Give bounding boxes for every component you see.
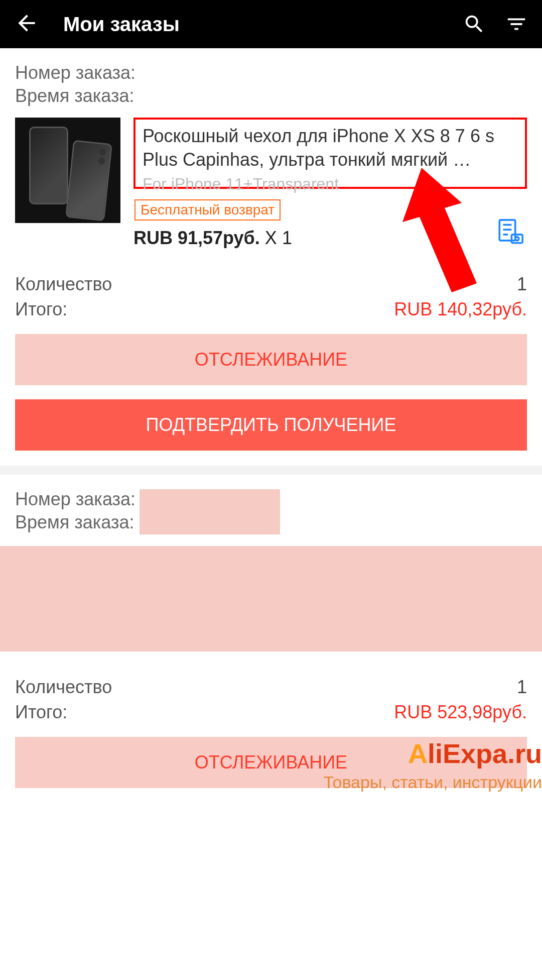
app-header: Мои заказы [0, 0, 542, 48]
page-title: Мои заказы [63, 13, 444, 36]
redacted-product-block [0, 546, 542, 651]
order-card: Номер заказа: Время заказа: Роскошный че… [0, 48, 542, 466]
qty-label: Количество [15, 677, 112, 698]
price-qty: X 1 [260, 228, 292, 248]
free-return-badge: Бесплатный возврат [134, 199, 281, 221]
total-value: RUB 140,32руб. [394, 299, 527, 320]
track-button[interactable]: ОТСЛЕЖИВАНИЕ [15, 737, 527, 788]
filter-icon[interactable] [505, 13, 528, 36]
product-variant: For iPhone 11+Transparent [143, 175, 527, 193]
qty-value: 1 [517, 274, 527, 295]
total-value: RUB 523,98руб. [394, 702, 527, 723]
total-label: Итого: [15, 299, 67, 320]
back-icon[interactable] [14, 11, 39, 38]
search-icon[interactable] [463, 13, 486, 36]
order-number-label: Номер заказа: [15, 62, 527, 83]
order-summary: Количество 1 Итого: RUB 523,98руб. [15, 677, 527, 723]
order-time-label: Время заказа: [15, 85, 527, 106]
product-image[interactable] [15, 118, 120, 223]
product-info: Роскошный чехол для iPhone X XS 8 7 6 s … [120, 118, 527, 249]
confirm-receipt-button[interactable]: ПОДТВЕРДИТЬ ПОЛУЧЕНИЕ [15, 399, 527, 451]
total-label: Итого: [15, 702, 67, 723]
section-divider [0, 466, 542, 475]
order-card: Номер заказа: Время заказа: Количество 1… [0, 475, 542, 803]
svg-point-5 [515, 237, 519, 240]
product-row[interactable]: Роскошный чехол для iPhone X XS 8 7 6 s … [15, 118, 527, 249]
price-line: RUB 91,57руб. X 1 [133, 228, 527, 249]
order-number-label: Номер заказа: [15, 489, 136, 510]
qty-value: 1 [517, 677, 527, 698]
track-button[interactable]: ОТСЛЕЖИВАНИЕ [15, 334, 527, 385]
redacted-block [140, 489, 280, 534]
receipt-icon[interactable] [496, 217, 525, 249]
svg-rect-4 [511, 234, 522, 243]
order-time-label: Время заказа: [15, 512, 136, 533]
qty-label: Количество [15, 274, 112, 295]
order-summary: Количество 1 Итого: RUB 140,32руб. [15, 274, 527, 320]
price-value: RUB 91,57руб. [133, 228, 260, 248]
